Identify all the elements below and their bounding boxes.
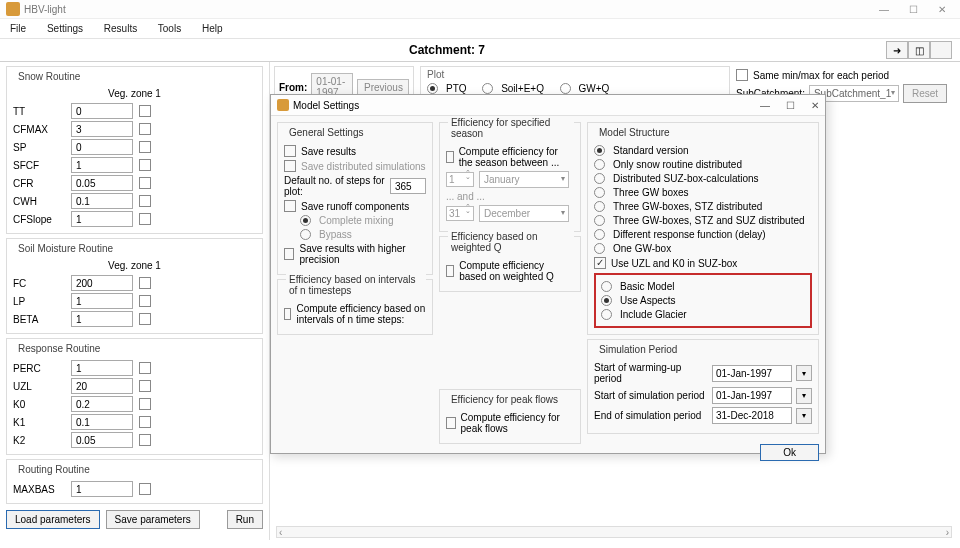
ok-button[interactable]: Ok [760, 444, 819, 461]
input-cfmax[interactable] [71, 121, 133, 137]
radio-one-gw[interactable] [594, 243, 605, 254]
menu-help[interactable]: Help [202, 23, 223, 34]
chk-sp[interactable] [139, 141, 151, 153]
chk-beta[interactable] [139, 313, 151, 325]
reset-button[interactable]: Reset [903, 84, 947, 103]
menu-file[interactable]: File [10, 23, 26, 34]
chk-save-dist [284, 160, 296, 172]
radio-three-gw-stz-suz[interactable] [594, 215, 605, 226]
input-fc[interactable] [71, 275, 133, 291]
toolbar-blank-icon[interactable] [930, 41, 952, 59]
input-cfr[interactable] [71, 175, 133, 191]
chk-fc[interactable] [139, 277, 151, 289]
chk-sfcf[interactable] [139, 159, 151, 171]
prev-button[interactable]: Previous [357, 79, 409, 96]
calendar-icon[interactable]: ▾ [796, 365, 812, 381]
maximize-icon[interactable]: ☐ [909, 4, 918, 15]
save-params-button[interactable]: Save parameters [106, 510, 200, 529]
lbl-eff-season: Compute efficiency for the season betwee… [459, 146, 574, 168]
chk-uzl-k0[interactable] [594, 257, 606, 269]
dialog-min-icon[interactable]: — [760, 100, 770, 111]
input-uzl[interactable] [71, 378, 133, 394]
chk-lp[interactable] [139, 295, 151, 307]
input-defsteps[interactable] [390, 178, 426, 194]
menu-tools[interactable]: Tools [158, 23, 181, 34]
input-sp[interactable] [71, 139, 133, 155]
chk-eff-w[interactable] [446, 265, 454, 277]
group-eff-season: Efficiency for specified season [448, 117, 574, 139]
chk-eff-peak[interactable] [446, 417, 456, 429]
minimize-icon[interactable]: — [879, 4, 889, 15]
input-k2[interactable] [71, 432, 133, 448]
chk-cwh[interactable] [139, 195, 151, 207]
toolbar-export-icon[interactable]: ➜ [886, 41, 908, 59]
load-params-button[interactable]: Load parameters [6, 510, 100, 529]
spin-d1[interactable]: 1 [446, 172, 474, 187]
group-eff-w: Efficiency based on weighted Q [448, 231, 574, 253]
input-maxbas[interactable] [71, 481, 133, 497]
close-icon[interactable]: ✕ [938, 4, 946, 15]
lbl-sfcf: SFCF [13, 160, 65, 171]
calendar-icon[interactable]: ▾ [796, 408, 812, 424]
chk-uzl[interactable] [139, 380, 151, 392]
date-end[interactable]: 31-Dec-2018 [712, 407, 792, 424]
chk-maxbas[interactable] [139, 483, 151, 495]
date-warm[interactable]: 01-Jan-1997 [712, 365, 792, 382]
radio-include-glacier[interactable] [601, 309, 612, 320]
chk-k0[interactable] [139, 398, 151, 410]
input-cfslope[interactable] [71, 211, 133, 227]
dialog-close-icon[interactable]: ✕ [811, 100, 819, 111]
lbl-uzl-k0: Use UZL and K0 in SUZ-box [611, 258, 737, 269]
sel-m2[interactable]: December [479, 205, 569, 222]
radio-diff-resp[interactable] [594, 229, 605, 240]
horizontal-scrollbar[interactable]: ‹› [276, 526, 952, 538]
input-sfcf[interactable] [71, 157, 133, 173]
radio-use-aspects[interactable] [601, 295, 612, 306]
menu-results[interactable]: Results [104, 23, 137, 34]
radio-three-gw-stz[interactable] [594, 201, 605, 212]
input-beta[interactable] [71, 311, 133, 327]
calendar-icon[interactable]: ▾ [796, 388, 812, 404]
input-lp[interactable] [71, 293, 133, 309]
chk-tt[interactable] [139, 105, 151, 117]
from-label: From: [279, 82, 307, 93]
spin-d2[interactable]: 31 [446, 206, 474, 221]
input-perc[interactable] [71, 360, 133, 376]
radio-std[interactable] [594, 145, 605, 156]
group-response: Response Routine [15, 343, 103, 354]
sel-m1[interactable]: January [479, 171, 569, 188]
input-k1[interactable] [71, 414, 133, 430]
chk-same-minmax[interactable] [736, 69, 748, 81]
radio-dist-suz[interactable] [594, 173, 605, 184]
group-structure: Model Structure [596, 127, 673, 138]
chk-eff-n[interactable] [284, 308, 291, 320]
chk-save-prec[interactable] [284, 248, 294, 260]
chk-cfr[interactable] [139, 177, 151, 189]
lbl-std: Standard version [613, 145, 689, 156]
input-cwh[interactable] [71, 193, 133, 209]
radio-basic-model[interactable] [601, 281, 612, 292]
chk-k1[interactable] [139, 416, 151, 428]
radio-gw[interactable] [560, 83, 571, 94]
chk-k2[interactable] [139, 434, 151, 446]
chk-cfslope[interactable] [139, 213, 151, 225]
lbl-cfr: CFR [13, 178, 65, 189]
dialog-max-icon[interactable]: ☐ [786, 100, 795, 111]
radio-three-gw[interactable] [594, 187, 605, 198]
group-snow: Snow Routine [15, 71, 83, 82]
menu-settings[interactable]: Settings [47, 23, 83, 34]
lbl-perc: PERC [13, 363, 65, 374]
chk-save-results[interactable] [284, 145, 296, 157]
chk-cfmax[interactable] [139, 123, 151, 135]
run-button[interactable]: Run [227, 510, 263, 529]
radio-snow-only[interactable] [594, 159, 605, 170]
radio-ptq[interactable] [427, 83, 438, 94]
input-tt[interactable] [71, 103, 133, 119]
date-start[interactable]: 01-Jan-1997 [712, 387, 792, 404]
toolbar-split-icon[interactable]: ◫ [908, 41, 930, 59]
chk-eff-season[interactable] [446, 151, 454, 163]
chk-save-runoff[interactable] [284, 200, 296, 212]
input-k0[interactable] [71, 396, 133, 412]
chk-perc[interactable] [139, 362, 151, 374]
radio-soil[interactable] [482, 83, 493, 94]
